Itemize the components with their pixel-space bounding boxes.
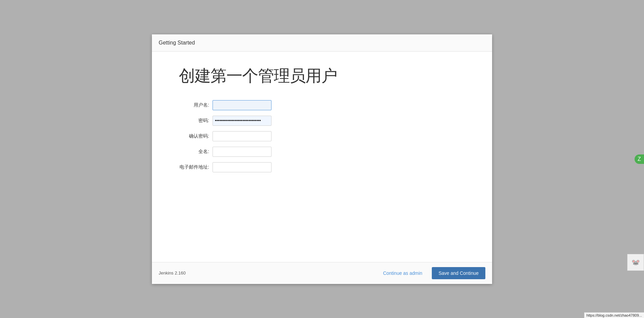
continue-as-admin-button[interactable]: Continue as admin [379,268,426,279]
confirm-password-label: 确认密码: [179,133,209,139]
url-bar: https://blog.csdn.net/zhao47809... [584,312,644,318]
modal-header-title: Getting Started [159,40,195,46]
fullname-label: 全名: [179,149,209,155]
password-input[interactable] [213,116,271,126]
modal-body: 创建第一个管理员用户 用户名: 密码: 确认密码: 全名: [152,52,492,262]
fullname-input[interactable] [213,147,271,157]
form-group-fullname: 全名: [179,147,465,157]
form: 用户名: 密码: 确认密码: 全名: 电子邮件地址: [179,100,465,172]
password-label: 密码: [179,118,209,124]
modal-header: Getting Started [152,34,492,52]
side-widget-green[interactable]: Z [635,154,644,164]
footer-version: Jenkins 2.160 [159,270,186,276]
form-group-confirm-password: 确认密码: [179,131,465,141]
username-label: 用户名: [179,102,209,108]
save-and-continue-button[interactable]: Save and Continue [432,267,485,279]
form-group-email: 电子邮件地址: [179,162,465,172]
footer-actions: Continue as admin Save and Continue [379,267,485,279]
confirm-password-input[interactable] [213,131,271,141]
modal-container: Getting Started 创建第一个管理员用户 用户名: 密码: 确认密码… [152,34,492,284]
form-group-password: 密码: [179,116,465,126]
form-group-username: 用户名: [179,100,465,110]
email-label: 电子邮件地址: [179,164,209,170]
username-input[interactable] [213,100,271,110]
page-title: 创建第一个管理员用户 [179,65,465,87]
side-widget-image: 🐭 [627,254,644,271]
modal-footer: Jenkins 2.160 Continue as admin Save and… [152,262,492,284]
email-input[interactable] [213,162,271,172]
